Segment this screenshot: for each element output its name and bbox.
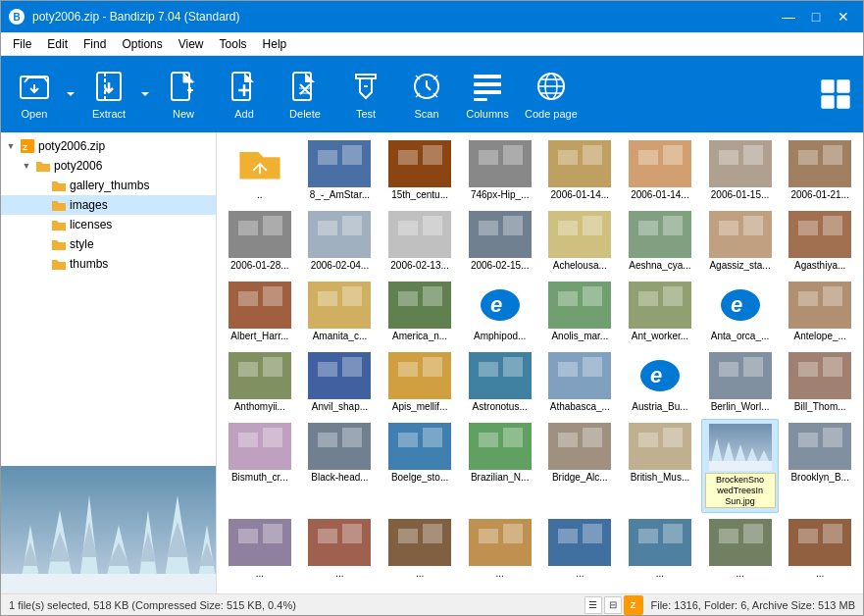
file-item[interactable]: 8_-_AmStar... — [301, 136, 380, 205]
file-item[interactable]: Berlin_Worl... — [701, 348, 780, 417]
file-thumbnail — [788, 423, 851, 470]
zip-icon: Z — [624, 595, 643, 615]
file-item[interactable]: Anthomyii... — [221, 348, 299, 417]
scan-button[interactable]: Scan — [397, 61, 456, 128]
file-item[interactable]: Bismuth_cr... — [221, 419, 299, 513]
file-item[interactable]: 2006-01-15... — [701, 136, 780, 205]
file-item[interactable]: Ant_worker... — [621, 278, 699, 346]
file-name: 2006-01-14... — [545, 189, 614, 201]
file-thumbnail — [629, 519, 691, 566]
file-item[interactable]: 2006-02-13... — [381, 207, 459, 276]
file-item[interactable]: Agassiz_sta... — [701, 207, 780, 276]
file-item[interactable]: ... — [781, 515, 859, 584]
file-item[interactable]: Anolis_mar... — [541, 278, 620, 346]
columns-button[interactable]: Columns — [458, 61, 517, 128]
file-item[interactable]: 2006-02-04... — [301, 207, 380, 276]
file-item[interactable]: Bridge_Alc... — [541, 419, 620, 513]
file-item[interactable]: Agasthiya... — [781, 207, 859, 276]
open-button[interactable]: Open — [5, 61, 64, 128]
file-item[interactable]: British_Mus... — [621, 419, 699, 513]
file-item[interactable]: ... — [301, 515, 380, 584]
extract-button[interactable]: Extract — [79, 61, 138, 128]
file-item[interactable]: ... — [541, 515, 620, 584]
file-item[interactable]: BrockenSno wedTreesIn Sun.jpg — [701, 419, 780, 513]
tree-item-thumbs[interactable]: thumbs — [1, 254, 216, 274]
file-item[interactable]: Albert_Harr... — [221, 278, 299, 346]
file-item[interactable]: Black-head... — [301, 419, 380, 513]
file-item[interactable]: eAnta_orca_... — [701, 278, 780, 346]
file-item[interactable]: Antelope_... — [781, 278, 859, 346]
folder-icon — [51, 197, 67, 213]
new-button[interactable]: New — [154, 61, 213, 128]
file-item[interactable]: ... — [621, 515, 699, 584]
layout-toggle-button[interactable] — [812, 61, 859, 128]
file-item[interactable]: ... — [221, 515, 299, 584]
svg-rect-14 — [837, 95, 849, 108]
file-item[interactable]: ... — [701, 515, 780, 584]
file-thumbnail — [388, 140, 451, 187]
file-item[interactable]: Apis_mellif... — [381, 348, 459, 417]
file-name: 2006-02-04... — [305, 260, 374, 272]
toolbar: Open Extract — [1, 56, 863, 132]
file-item[interactable]: Brooklyn_B... — [781, 419, 859, 513]
tree-item-style[interactable]: style — [1, 234, 216, 254]
menu-item-tools[interactable]: Tools — [212, 35, 255, 53]
file-item[interactable]: 15th_centu... — [381, 136, 459, 205]
file-item[interactable]: Astronotus... — [461, 348, 539, 417]
folder-icon — [51, 217, 67, 232]
file-item[interactable]: Aeshna_cya... — [621, 207, 699, 276]
tree-item-gallery_thumbs[interactable]: gallery_thumbs — [1, 176, 216, 195]
close-button[interactable]: ✕ — [832, 7, 855, 26]
file-item[interactable]: Boelge_sto... — [381, 419, 459, 513]
tree-item-zip[interactable]: ▼Zpoty2006.zip — [1, 136, 216, 156]
file-item[interactable]: 746px-Hip_... — [461, 136, 539, 205]
delete-button[interactable]: Delete — [276, 61, 334, 128]
file-item[interactable]: Athabasca_... — [541, 348, 620, 417]
open-group: Open — [5, 61, 77, 128]
menu-item-view[interactable]: View — [171, 35, 212, 53]
codepage-button[interactable]: Code page — [519, 61, 584, 128]
file-item[interactable]: 2006-01-28... — [221, 207, 299, 276]
open-icon — [17, 69, 52, 104]
menu-item-file[interactable]: File — [5, 35, 39, 53]
add-button[interactable]: Add — [215, 61, 274, 128]
tree-item-images[interactable]: images — [1, 195, 216, 215]
maximize-button[interactable]: □ — [804, 7, 828, 26]
file-item[interactable]: 2006-01-14... — [621, 136, 699, 205]
tree-item-folder_root[interactable]: ▼poty2006 — [1, 156, 216, 176]
file-item[interactable]: eAustria_Bu... — [621, 348, 699, 417]
file-item[interactable]: America_n... — [381, 278, 459, 346]
minimize-button[interactable]: — — [777, 7, 800, 26]
file-item[interactable]: Amanita_c... — [301, 278, 380, 346]
file-item[interactable]: 2006-01-14... — [541, 136, 620, 205]
file-item[interactable]: Achelousa... — [541, 207, 620, 276]
file-item[interactable]: 2006-01-21... — [781, 136, 859, 205]
file-item[interactable]: Bill_Thom... — [781, 348, 859, 417]
file-name: ... — [226, 568, 294, 580]
view-detail-button[interactable]: ⊟ — [604, 596, 622, 614]
file-item[interactable]: .. — [221, 136, 299, 205]
menu-item-find[interactable]: Find — [76, 35, 114, 53]
file-thumbnail — [308, 423, 371, 470]
file-item[interactable]: eAmphipod... — [461, 278, 539, 346]
tree-item-licenses[interactable]: licenses — [1, 215, 216, 234]
extract-dropdown[interactable] — [138, 61, 152, 128]
file-thumbnail — [709, 352, 772, 399]
file-name: Agassiz_sta... — [706, 260, 775, 272]
menu-item-edit[interactable]: Edit — [39, 35, 76, 53]
view-list-button[interactable]: ☰ — [584, 596, 602, 614]
test-button[interactable]: Test — [336, 61, 395, 128]
menu-item-options[interactable]: Options — [114, 35, 170, 53]
file-item[interactable]: ... — [461, 515, 539, 584]
file-thumbnail — [548, 519, 611, 566]
open-dropdown[interactable] — [64, 61, 77, 128]
file-item[interactable]: ... — [381, 515, 459, 584]
scan-label: Scan — [414, 108, 438, 120]
file-item[interactable]: Brazilian_N... — [461, 419, 539, 513]
file-item[interactable]: 2006-02-15... — [461, 207, 539, 276]
file-thumbnail — [548, 352, 611, 399]
file-item[interactable]: Anvil_shap... — [301, 348, 380, 417]
menu-item-help[interactable]: Help — [255, 35, 295, 53]
svg-rect-6 — [474, 82, 501, 86]
file-name: ... — [466, 568, 534, 580]
